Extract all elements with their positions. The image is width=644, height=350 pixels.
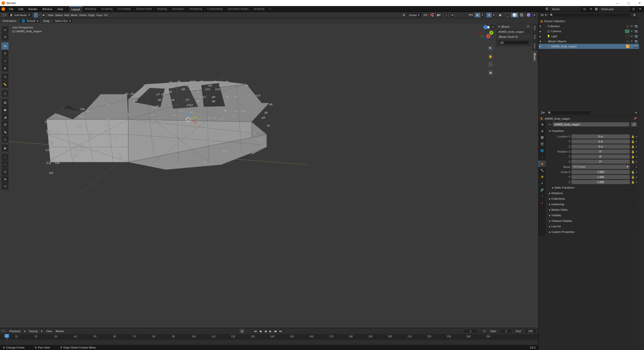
jump-start-button[interactable]: ⏮	[253, 329, 258, 333]
ntab-item[interactable]: Item	[532, 24, 537, 32]
cursor-tool[interactable]: ✛	[2, 33, 9, 41]
transform-tool[interactable]: ◈	[2, 64, 9, 72]
menu-window[interactable]: Window	[40, 7, 55, 12]
overlays-toggle[interactable]: ⊚	[486, 13, 492, 18]
sec-menu-select[interactable]: Select	[55, 14, 63, 17]
viewlayer-input[interactable]	[599, 7, 629, 11]
tree-object[interactable]: ▸▽etk800_body_wagon 👁📷	[539, 44, 639, 49]
nav-neg-z[interactable]	[484, 37, 488, 41]
gizmo-toggle[interactable]: ◉	[475, 13, 480, 18]
props-editor-icon[interactable]: ☰▾	[541, 111, 545, 114]
keyframe-next-button[interactable]: |▶	[273, 329, 278, 333]
close-button[interactable]: ✕	[636, 0, 642, 6]
sec-menu-uv[interactable]: UV	[104, 14, 108, 17]
section-visibility[interactable]: Visibility	[548, 213, 637, 218]
zoom-icon[interactable]: 🔍	[488, 45, 494, 51]
knife-tool[interactable]: 🔪	[2, 128, 9, 135]
pan-icon[interactable]: ✋	[488, 53, 494, 59]
ntab-jbeam[interactable]: JBeam	[532, 51, 537, 62]
tab-sculpting[interactable]: Sculpting	[99, 6, 115, 12]
menu-help[interactable]: Help	[55, 7, 66, 12]
solid-shading[interactable]	[511, 13, 518, 18]
measure-tool[interactable]: 📏	[2, 81, 9, 88]
loc-y-input[interactable]	[571, 139, 630, 144]
tl-marker[interactable]: Marker	[56, 330, 64, 333]
proportional-type[interactable]: ∩▾	[449, 13, 455, 18]
npanel-nodeid-input[interactable]	[498, 40, 529, 45]
prop-tab-viewlayer[interactable]: 🖼	[539, 134, 546, 141]
prop-tab-output[interactable]: 🖨	[539, 128, 546, 134]
keyframe-prev-button[interactable]: ◀|	[258, 329, 263, 333]
section-transform[interactable]: Transform	[548, 128, 637, 134]
props-users[interactable]: 2	[631, 122, 637, 127]
tab-shading[interactable]: Shading	[154, 6, 170, 12]
menu-render[interactable]: Render	[26, 7, 40, 12]
viewport-3d[interactable]: ▭ ✛ ✥ ↻ ⤢ ◈ ✎ 📏 ▢ ▤ ▣ ◢ ⊟ 🔪 △ ◉ ~ ↔ ⇕ ⬗	[0, 24, 538, 328]
end-frame-input[interactable]	[524, 329, 537, 333]
sec-menu-view[interactable]: View	[48, 14, 54, 17]
autokey-button[interactable]: ●	[239, 329, 245, 334]
tree-camera[interactable]: ▸🎥Camera 👁📷	[539, 29, 639, 34]
new-scene-button[interactable]: ◫	[582, 7, 587, 12]
drag-select[interactable]: Select Box ▾	[53, 19, 73, 23]
prop-tab-world[interactable]: 🌐	[539, 147, 546, 154]
scale-z-input[interactable]	[571, 180, 630, 184]
inset-faces-tool[interactable]: ▣	[2, 106, 9, 113]
scale-tool[interactable]: ⤢	[2, 57, 9, 64]
sec-menu-add[interactable]: Add	[64, 14, 69, 17]
matprev-shading[interactable]	[518, 13, 525, 18]
tab-animation[interactable]: Animation	[170, 6, 187, 12]
prop-tab-particles[interactable]: ✨	[539, 173, 546, 180]
tab-modeling[interactable]: Modeling	[83, 6, 99, 12]
shear-tool[interactable]: ⬗	[2, 176, 9, 183]
tl-playback[interactable]: Playback	[9, 330, 21, 333]
nav-gizmo[interactable]: Z Y X	[477, 25, 494, 43]
preview-range-icon[interactable]: ⏲	[482, 329, 487, 334]
nav-z-axis[interactable]: Z	[484, 25, 488, 29]
add-cube-tool[interactable]: ▢	[2, 90, 9, 97]
prop-tab-modifiers[interactable]: 🔧	[539, 167, 546, 173]
prop-tab-scene[interactable]: 🎬	[539, 141, 546, 147]
section-collections[interactable]: Collections	[548, 196, 637, 201]
menu-file[interactable]: File	[7, 7, 16, 12]
mode-select[interactable]: ◧ Edit Mode ▾	[8, 13, 32, 17]
section-custom-properties[interactable]: Custom Properties	[548, 229, 637, 235]
prop-tab-render[interactable]: 🖥	[539, 121, 546, 128]
rendered-shading[interactable]	[525, 13, 532, 18]
play-button[interactable]: ▶	[268, 329, 273, 333]
tree-scene-collection[interactable]: ▦Scene Collection	[539, 19, 639, 24]
lock-icon[interactable]: 🔓	[631, 135, 635, 138]
ntab-view[interactable]: View	[532, 41, 537, 51]
transform-space-select[interactable]: Global▾	[407, 13, 422, 17]
delete-scene-button[interactable]: ✕	[588, 7, 593, 12]
gizmo-dropdown[interactable]: ▾	[480, 13, 485, 18]
spin-tool[interactable]: ◉	[2, 145, 9, 152]
outliner-search[interactable]	[548, 13, 630, 17]
timeline-strip[interactable]: 1 10203040506070809010011012013014015016…	[0, 334, 538, 340]
smooth-tool[interactable]: ~	[2, 154, 9, 161]
loc-z-input[interactable]	[571, 144, 630, 149]
shading-dropdown[interactable]: ▾	[532, 13, 537, 18]
section-delta-transform[interactable]: Delta Transform	[548, 185, 637, 190]
extrude-region-tool[interactable]: ▤	[2, 99, 9, 106]
prop-tab-material[interactable]: ●	[539, 200, 546, 206]
overlays-dropdown[interactable]: ▾	[492, 13, 496, 18]
bevel-tool[interactable]: ◢	[2, 114, 9, 121]
tab-uv-editing[interactable]: UV Editing	[115, 6, 133, 12]
section-motion-paths[interactable]: Motion Paths	[548, 207, 637, 213]
outliner-display-icon[interactable]: ▾	[545, 13, 547, 17]
nav-y-axis[interactable]: Y	[489, 31, 493, 35]
perspective-icon[interactable]: ▦	[488, 69, 494, 76]
shrink-fatten-tool[interactable]: ⇕	[2, 168, 9, 175]
scene-input[interactable]	[550, 7, 580, 11]
outliner-editor-icon[interactable]: ≡▾	[541, 13, 544, 17]
vertex-select-button[interactable]: ⋅	[34, 13, 38, 18]
tree-light[interactable]: ▸💡Light 👁📷	[539, 34, 639, 39]
dopesheet-icon[interactable]: ⏱▾	[2, 330, 6, 333]
new-viewlayer-button[interactable]: ◫	[631, 7, 636, 12]
rot-y-input[interactable]	[571, 154, 630, 159]
prop-tab-mesh[interactable]: ▽	[539, 193, 546, 200]
tab-scripting[interactable]: Scripting	[251, 6, 267, 12]
loop-cut-tool[interactable]: ⊟	[2, 121, 9, 128]
wireframe-shading[interactable]	[504, 13, 511, 18]
